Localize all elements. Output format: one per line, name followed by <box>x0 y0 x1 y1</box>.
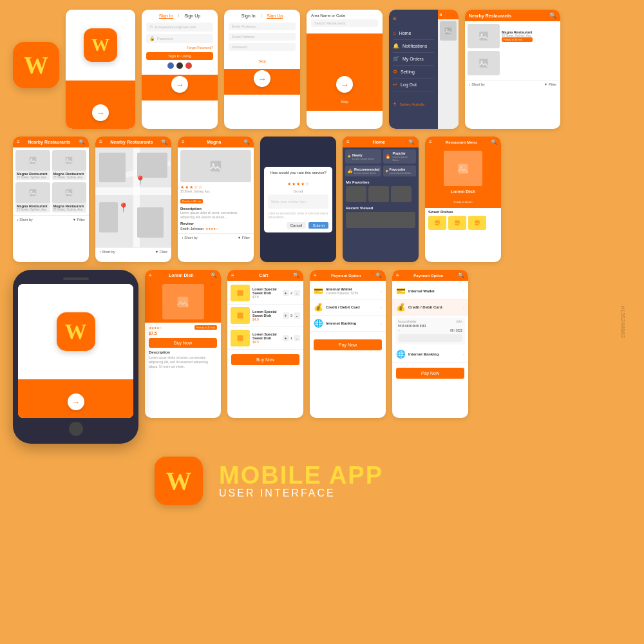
rate-stars[interactable]: ★★★★☆ <box>268 176 328 188</box>
hamburger-home[interactable]: ≡ <box>346 139 350 145</box>
rate-cancel-btn[interactable]: Cancel <box>287 222 307 229</box>
payment1-wallet[interactable]: 💳 Internal Wallet Current Balance: $759 … <box>310 283 386 299</box>
signin-arrow[interactable]: → <box>171 76 188 93</box>
hamburger-cart[interactable]: ≡ <box>231 272 234 278</box>
payment1-btn[interactable]: Pay Now <box>314 339 382 350</box>
google-dot[interactable] <box>185 62 192 69</box>
hamburger-payment1[interactable]: ≡ <box>314 272 317 278</box>
filter-text-magna[interactable]: ▼ Filter <box>238 236 250 240</box>
menu-item-logout[interactable]: ↩ Log Out <box>393 79 434 91</box>
cat-popular[interactable]: 🔥 Popular Lorem Ipsum Dolor <box>383 149 416 164</box>
rate-submit-btn[interactable]: Submit <box>308 222 328 229</box>
signup-name-field[interactable]: Emily Anderson <box>229 23 296 30</box>
filter-text-sm[interactable]: ▼ Filter <box>544 82 556 86</box>
qty-plus-3[interactable]: + <box>283 335 289 341</box>
signup-pass-field[interactable]: Password <box>229 43 296 51</box>
cart-buy-btn[interactable]: Buy Now <box>231 354 299 365</box>
payment1-banking[interactable]: 🌐 Internet Banking › <box>310 316 386 332</box>
search-payment2[interactable]: 🔍 <box>458 272 464 278</box>
fav-item-3[interactable] <box>391 186 412 202</box>
grid-item-4[interactable]: Magna Restaurant 25 Street, Sydney, Aus. <box>52 182 87 213</box>
search-lorem[interactable]: 🔍 <box>211 272 217 278</box>
sweet-dishes-row <box>428 216 498 230</box>
sort-text-grid[interactable]: ↕ Short by <box>17 218 33 222</box>
rate-review-input[interactable]: Write your review here. <box>268 194 328 209</box>
reviewer-stars: ★★★★☆ <box>205 227 218 231</box>
lorem-buy-btn[interactable]: Buy Now <box>149 338 217 348</box>
menu-orders-label: My Orders <box>402 57 424 61</box>
hamburger-icon-map[interactable]: ≡ <box>99 139 102 145</box>
sort-text-magna[interactable]: ↕ Short by <box>182 236 198 240</box>
qty-minus-3[interactable]: - <box>294 335 300 341</box>
twitter-dot[interactable] <box>176 62 183 69</box>
grid-item-1[interactable]: Magna Restaurant 25 Street, Sydney, Aus. <box>15 150 50 180</box>
search-icon-map[interactable]: 🔍 <box>161 139 167 145</box>
search-rest-menu[interactable]: 🔍 <box>491 139 497 145</box>
grid-item-2[interactable]: Magna Restaurant 25 Street, Sydney, Aus. <box>52 150 87 180</box>
signin-email-field[interactable]: ✉ Emilyandesion@mail.com <box>146 23 213 32</box>
payment2-btn[interactable]: Pay Now <box>396 368 464 379</box>
signup-tab-signin[interactable]: Sign In <box>242 14 256 19</box>
sort-text-map[interactable]: ↕ Short by <box>99 250 115 254</box>
phone-arrow-circle[interactable]: → <box>68 393 84 410</box>
menu-hamburger[interactable]: ≡ <box>393 15 434 22</box>
search-home[interactable]: 🔍 <box>408 139 415 145</box>
facebook-dot[interactable] <box>167 62 174 69</box>
hamburger-icon-grid[interactable]: ≡ <box>17 139 20 145</box>
hamburger-icon-magna[interactable]: ≡ <box>182 139 185 145</box>
grid-item-3[interactable]: Magna Restaurant 25 Street, Sydney, Aus. <box>15 182 50 213</box>
sweet-img-3[interactable] <box>468 216 486 230</box>
signup-tab-signup[interactable]: Sign Up <box>267 14 283 19</box>
area-search-field[interactable]: Search Restaurants <box>311 19 378 27</box>
qty-num-2: 3 <box>290 314 292 317</box>
app-icon-container: W <box>13 10 59 88</box>
svg-rect-12 <box>66 189 73 196</box>
sweet-img-1[interactable] <box>428 216 446 230</box>
payment2-wallet[interactable]: 💳 Internal Wallet › <box>392 283 468 299</box>
splash-arrow[interactable]: → <box>92 104 109 121</box>
menu-item-orders[interactable]: 🛒 My Orders <box>393 53 434 66</box>
continue-guest[interactable]: Skip <box>258 59 266 63</box>
search-cart[interactable]: 🔍 <box>293 272 299 278</box>
signin-password-field[interactable]: 🔒 Password <box>146 34 213 43</box>
sort-text-sm[interactable]: ↕ Short by <box>469 82 485 86</box>
cc-cvv-field[interactable] <box>398 334 462 342</box>
cat-favourite[interactable]: ♥ Favourite Lorem Ipsum Dolor <box>383 166 416 176</box>
hamburger-lorem[interactable]: ≡ <box>149 272 152 278</box>
hamburger-payment2[interactable]: ≡ <box>396 272 399 278</box>
menu-item-notifications[interactable]: 🔔 Notifications <box>393 40 434 53</box>
skip-text[interactable]: Skip <box>341 100 348 104</box>
qty-minus-2[interactable]: - <box>294 312 300 319</box>
fav-item-2[interactable] <box>368 186 389 202</box>
qty-minus-1[interactable]: - <box>294 290 300 296</box>
forgot-password[interactable]: Forgot Password? <box>146 46 213 50</box>
filter-text-map[interactable]: ▼ Filter <box>155 250 167 254</box>
fav-item-1[interactable] <box>346 186 366 202</box>
payment1-card[interactable]: 💰 Credit / Debit Card › <box>310 299 386 316</box>
search-icon-magna[interactable]: 🔍 <box>243 139 250 145</box>
menu-item-setting[interactable]: ⚙ Setting <box>393 66 434 79</box>
menu-item-home[interactable]: ⌂ Home <box>393 27 434 40</box>
qty-plus-1[interactable]: + <box>283 290 289 296</box>
menu-settings-label: Setting <box>401 70 415 74</box>
hamburger-rest-menu[interactable]: ≡ <box>429 139 432 145</box>
signin-tab-signin[interactable]: Sign In <box>159 14 173 19</box>
search-icon-sm[interactable]: 🔍 <box>549 12 556 19</box>
area-arrow[interactable]: → <box>336 76 353 93</box>
cat-newly[interactable]: ★ Newly Lorem Ipsum Dolor <box>345 149 381 164</box>
signin-button[interactable]: Sign In Using <box>146 52 213 60</box>
menu-location: 📍 Sydney, Australia <box>393 97 434 108</box>
payment2-banking[interactable]: 🌐 Internet Banking › <box>392 346 468 363</box>
search-icon-grid[interactable]: 🔍 <box>79 139 85 145</box>
cat-recommended[interactable]: 👍 Recommended Lorem Ipsum Dolor <box>345 166 381 176</box>
search-payment1[interactable]: 🔍 <box>375 272 382 278</box>
payment2-card[interactable]: 💰 Credit / Debit Card › <box>392 299 468 316</box>
filter-text-grid[interactable]: ▼ Filter <box>73 218 85 222</box>
signup-arrow[interactable]: → <box>254 70 270 87</box>
recent-item[interactable] <box>346 212 415 228</box>
signin-tab-signup[interactable]: Sign Up <box>184 14 200 19</box>
qty-plus-2[interactable]: + <box>283 312 289 319</box>
sweet-img-2[interactable] <box>448 216 466 230</box>
signup-email-field[interactable]: Email Address <box>229 33 296 41</box>
phone-home-btn[interactable] <box>69 422 83 436</box>
